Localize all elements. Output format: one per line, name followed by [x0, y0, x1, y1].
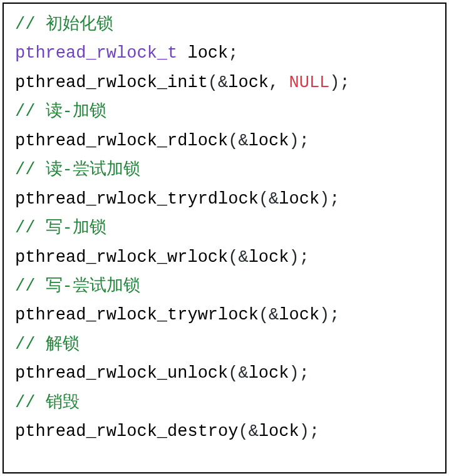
code-token-func: pthread_rwlock_init	[15, 73, 208, 92]
code-token-null: NULL	[289, 73, 329, 92]
code-token-punct: ;	[228, 44, 238, 63]
code-token-amp: &	[238, 248, 248, 267]
code-token-type: pthread_rwlock_t	[15, 44, 177, 63]
code-token-comment: // 写-尝试加锁	[15, 277, 140, 296]
code-token-ident: lock	[279, 190, 319, 209]
code-token-amp: &	[249, 422, 259, 441]
code-token-punct: (	[228, 132, 238, 150]
code-token-punct: (	[228, 248, 238, 267]
code-token-func: pthread_rwlock_destroy	[15, 422, 238, 441]
code-token-amp: &	[238, 364, 248, 383]
code-line: pthread_rwlock_wrlock(&lock);	[15, 243, 434, 272]
code-token-comment: // 读-加锁	[15, 102, 106, 121]
code-token-punct: );	[289, 132, 309, 150]
code-token-comment: // 读-尝试加锁	[15, 160, 140, 179]
code-line: // 初始化锁	[15, 10, 434, 39]
code-token-punct: (	[228, 364, 238, 383]
code-token-punct: ,	[269, 73, 289, 92]
code-line: pthread_rwlock_tryrdlock(&lock);	[15, 185, 434, 214]
code-line: pthread_rwlock_destroy(&lock);	[15, 417, 434, 446]
code-token-ident: lock	[228, 73, 269, 92]
code-line: // 写-加锁	[15, 214, 434, 242]
code-token-amp: &	[269, 190, 279, 209]
code-token-punct: );	[319, 190, 339, 209]
code-line: pthread_rwlock_rdlock(&lock);	[15, 127, 434, 155]
code-token-comment: // 写-加锁	[15, 219, 106, 237]
code-token-comment: // 解锁	[15, 335, 80, 354]
code-token-comment: // 初始化锁	[15, 15, 113, 34]
code-line: // 写-尝试加锁	[15, 272, 434, 301]
code-token-func: pthread_rwlock_trywrlock	[15, 306, 259, 324]
code-token-func: pthread_rwlock_wrlock	[15, 248, 228, 267]
code-token-punct: );	[319, 306, 339, 324]
code-token-ident: lock	[249, 364, 289, 383]
code-line: // 读-加锁	[15, 97, 434, 126]
code-token-punct: (	[259, 306, 269, 324]
code-line: pthread_rwlock_t lock;	[15, 39, 434, 68]
code-token-func: pthread_rwlock_unlock	[15, 364, 228, 383]
code-line: pthread_rwlock_init(&lock, NULL);	[15, 68, 434, 97]
code-line: // 读-尝试加锁	[15, 155, 434, 184]
code-token-punct: );	[289, 248, 309, 267]
code-token-ident: lock	[249, 248, 289, 267]
code-token-func: pthread_rwlock_tryrdlock	[15, 190, 259, 209]
code-token-ident: lock	[249, 132, 289, 150]
code-token-punct: (	[259, 190, 269, 209]
code-line: pthread_rwlock_trywrlock(&lock);	[15, 301, 434, 329]
code-token-punct: );	[329, 73, 349, 92]
code-token-punct: (	[208, 73, 218, 92]
code-token-func: pthread_rwlock_rdlock	[15, 132, 228, 150]
code-token-punct: );	[289, 364, 309, 383]
code-line: pthread_rwlock_unlock(&lock);	[15, 359, 434, 388]
code-token-amp: &	[269, 306, 279, 324]
code-token-ident: lock	[177, 44, 228, 63]
code-line: // 解锁	[15, 330, 434, 359]
code-token-amp: &	[238, 132, 248, 150]
code-token-ident: lock	[259, 422, 299, 441]
code-token-amp: &	[218, 73, 228, 92]
code-token-ident: lock	[279, 306, 319, 324]
code-token-comment: // 销毁	[15, 393, 80, 412]
code-token-punct: (	[238, 422, 248, 441]
code-token-punct: );	[299, 422, 319, 441]
code-line: // 销毁	[15, 388, 434, 417]
code-block: // 初始化锁pthread_rwlock_t lock;pthread_rwl…	[3, 3, 446, 473]
